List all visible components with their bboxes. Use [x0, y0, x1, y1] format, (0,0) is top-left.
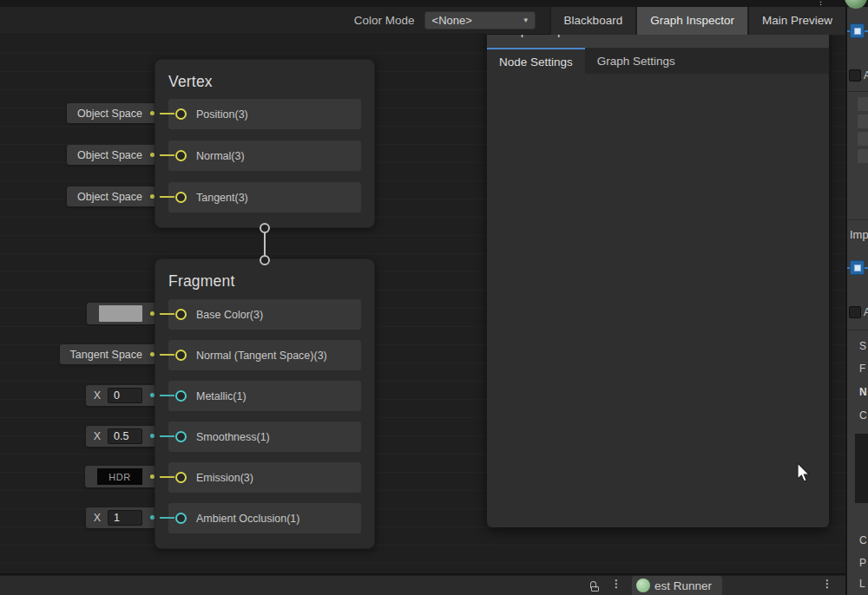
slot-label: Emission(3) — [196, 472, 253, 484]
unlock-icon[interactable] — [590, 581, 600, 592]
port-connector-line — [160, 395, 174, 396]
vertex-node[interactable]: VertexPosition(3)Normal(3)Tangent(3) — [155, 59, 375, 228]
space-dropdown-label: Tangent Space — [70, 349, 142, 361]
checkbox-label-fragment: A — [864, 69, 868, 82]
fragment-slot-smoothness-1-[interactable]: Smoothness(1) — [168, 422, 361, 452]
slot-label: Base Color(3) — [196, 309, 263, 321]
fragment-slot-emission-3-[interactable]: Emission(3) — [168, 462, 361, 493]
float-input-widget[interactable]: X0.5 — [86, 426, 160, 447]
fragment-slot-ambient-occlusion-1-[interactable]: Ambient Occlusion(1) — [168, 503, 361, 533]
space-dropdown-label: Object Space — [77, 108, 142, 120]
port-icon[interactable] — [175, 108, 187, 120]
inspector-button[interactable] — [858, 97, 868, 111]
tab-graph-settings[interactable]: Graph Settings — [585, 48, 687, 74]
shader-graph-asset-icon — [850, 23, 865, 38]
shader-graph-window: ⋮ Color Mode <None> ▼ BlackboardGraph In… — [0, 0, 868, 595]
slot-label: Smoothness(1) — [196, 431, 270, 443]
fragment-node[interactable]: FragmentBase Color(3)Normal (Tangent Spa… — [155, 258, 375, 549]
inspector-label-fragment: S — [859, 340, 866, 352]
shader-graph-asset-icon — [850, 260, 865, 275]
float-value-field[interactable]: 0 — [108, 388, 142, 403]
port-icon[interactable] — [175, 431, 187, 442]
axis-label: X — [94, 430, 101, 442]
slot-label: Position(3) — [196, 108, 248, 121]
inspector-label-fragment: C — [859, 534, 867, 546]
slot-label: Ambient Occlusion(1) — [196, 513, 300, 525]
space-dropdown-label: Object Space — [77, 191, 142, 203]
toolbar-button-graph-inspector[interactable]: Graph Inspector — [635, 7, 747, 35]
port-connector-line — [160, 196, 174, 198]
test-runner-status-icon — [636, 579, 650, 592]
inspector-button[interactable] — [858, 149, 868, 163]
fragment-slot-base-color-3-[interactable]: Base Color(3) — [168, 299, 361, 330]
float-input-widget[interactable]: X0 — [86, 385, 160, 406]
tab-node-settings[interactable]: Node Settings — [487, 48, 585, 74]
vertex-slot-tangent-3-[interactable]: Tangent(3) — [168, 182, 361, 212]
inspector-preview-box — [855, 434, 868, 503]
port-icon[interactable] — [175, 309, 187, 320]
float-input-widget[interactable]: X1 — [86, 507, 160, 528]
divider — [847, 91, 868, 92]
toolbar-toggle-buttons: BlackboardGraph InspectorMain Preview — [549, 7, 845, 35]
inspector-checkbox[interactable] — [849, 306, 861, 318]
space-dropdown-label: Object Space — [77, 149, 142, 161]
color-mode-label: Color Mode — [354, 14, 415, 27]
port-connector-line — [160, 517, 174, 519]
hdr-color-widget[interactable]: HDR — [85, 466, 160, 487]
space-dropdown[interactable]: Object Space — [67, 103, 160, 123]
port-connector-line — [160, 476, 174, 478]
port-connector-line — [160, 354, 174, 356]
status-bar: ⋮ est Runner ⋮ — [0, 576, 845, 595]
vertex-slot-normal-3-[interactable]: Normal(3) — [168, 141, 361, 171]
inspector-label-fragment: C — [859, 409, 867, 422]
stack-connector-ring-icon[interactable] — [260, 223, 270, 233]
slot-label: Metallic(1) — [196, 390, 247, 402]
stack-connector-ring-icon[interactable] — [260, 255, 270, 265]
slot-label: Normal(3) — [196, 150, 245, 162]
color-swatch[interactable] — [99, 305, 142, 322]
slot-label: Normal (Tangent Space)(3) — [196, 350, 327, 362]
inspector-tab-row: Node SettingsGraph Settings — [487, 48, 829, 74]
fragment-slot-metallic-1-[interactable]: Metallic(1) — [168, 381, 361, 411]
port-icon[interactable] — [175, 350, 187, 361]
inspector-checkbox[interactable] — [849, 69, 861, 82]
color-mode-dropdown[interactable]: <None> ▼ — [424, 11, 536, 29]
toolbar-button-main-preview[interactable]: Main Preview — [747, 7, 845, 35]
imported-object-header: Imp — [850, 228, 868, 241]
space-dropdown[interactable]: Tangent Space — [60, 344, 160, 364]
axis-label: X — [94, 389, 101, 402]
inspector-label-fragment: P — [859, 557, 866, 569]
port-connector-line — [160, 313, 174, 315]
kebab-menu-icon[interactable]: ⋮ — [611, 578, 621, 590]
kebab-menu-icon[interactable]: ⋮ — [822, 578, 832, 590]
mouse-cursor — [795, 462, 814, 483]
port-icon[interactable] — [175, 150, 187, 161]
test-runner-tab-label: est Runner — [654, 579, 712, 592]
float-value-field[interactable]: 1 — [108, 510, 142, 526]
top-kebab-menu-icon[interactable]: ⋮ — [817, 0, 825, 6]
unity-inspector-strip: A Imp A SFNCB CPL — [847, 7, 868, 595]
vertex-slot-position-3-[interactable]: Position(3) — [168, 99, 361, 129]
port-connector-line — [160, 435, 174, 437]
float-value-field[interactable]: 0.5 — [108, 428, 142, 444]
inspector-label-fragment: N — [859, 386, 867, 398]
color-picker-widget[interactable] — [87, 303, 160, 324]
inspector-label-fragment: F — [859, 363, 865, 375]
inspector-button[interactable] — [858, 114, 868, 128]
hdr-color-swatch[interactable]: HDR — [97, 468, 142, 485]
port-icon[interactable] — [175, 513, 187, 524]
port-icon[interactable] — [175, 472, 187, 483]
checkbox-label-fragment: A — [864, 306, 868, 318]
fragment-slot-normal-tangent-space-3-[interactable]: Normal (Tangent Space)(3) — [168, 340, 361, 370]
graph-inspector-panel: Graph Inspector Node SettingsGraph Setti… — [487, 13, 829, 527]
space-dropdown[interactable]: Object Space — [67, 186, 160, 206]
port-icon[interactable] — [175, 192, 187, 203]
divider — [847, 330, 868, 330]
space-dropdown[interactable]: Object Space — [67, 145, 160, 165]
inspector-button[interactable] — [858, 132, 868, 146]
shader-graph-toolbar: Color Mode <None> ▼ BlackboardGraph Insp… — [0, 7, 845, 35]
port-icon[interactable] — [175, 390, 187, 402]
panel-divider[interactable] — [845, 7, 847, 595]
port-connector-line — [160, 113, 174, 114]
toolbar-button-blackboard[interactable]: Blackboard — [549, 7, 636, 35]
